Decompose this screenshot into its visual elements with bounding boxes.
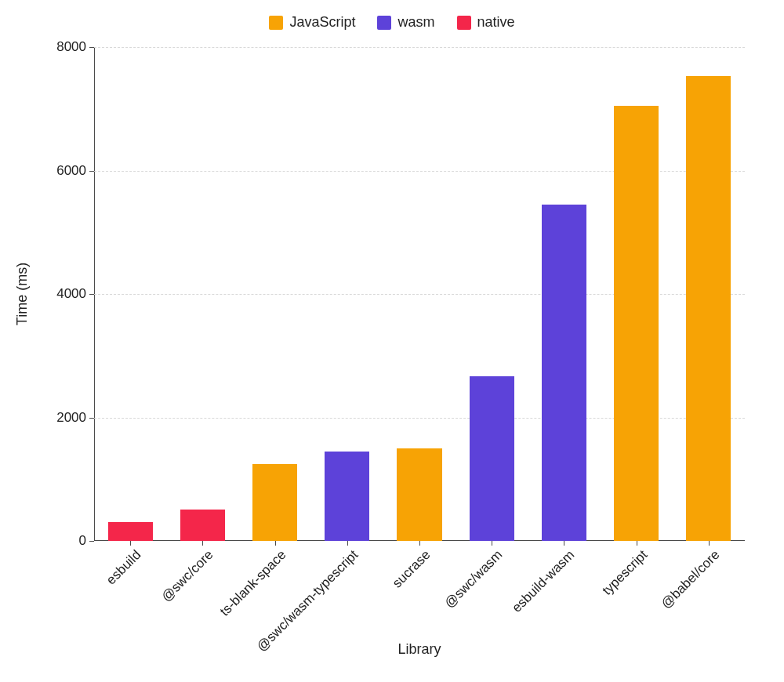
x-tick-label: esbuild-wasm: [510, 547, 579, 616]
x-tick-label: esbuild: [103, 547, 144, 588]
legend-item[interactable]: JavaScript: [269, 14, 355, 31]
chart-container: JavaScriptwasmnative 02000400060008000es…: [0, 0, 784, 682]
legend-swatch: [377, 16, 391, 30]
legend-swatch: [457, 16, 471, 30]
bar[interactable]: [397, 448, 441, 541]
bar[interactable]: [325, 452, 369, 541]
legend-swatch: [269, 16, 283, 30]
bar[interactable]: [252, 464, 297, 541]
x-tick-mark: [419, 541, 420, 546]
x-tick-mark: [709, 541, 710, 546]
legend: JavaScriptwasmnative: [0, 14, 784, 31]
legend-label: wasm: [397, 14, 434, 31]
y-tick-label: 6000: [56, 163, 94, 179]
y-tick-label: 4000: [56, 286, 94, 302]
x-tick-label: @swc/wasm: [442, 547, 506, 611]
y-axis-title: Time (ms): [14, 263, 31, 325]
x-tick-mark: [347, 541, 348, 546]
legend-label: native: [477, 14, 515, 31]
legend-label: JavaScript: [289, 14, 355, 31]
bar[interactable]: [614, 106, 659, 541]
x-tick-mark: [564, 541, 564, 546]
x-tick-label: @swc/core: [159, 547, 217, 605]
x-tick-mark: [202, 541, 203, 546]
x-axis-title: Library: [397, 641, 441, 658]
y-tick-label: 0: [79, 533, 94, 549]
x-tick-mark: [492, 541, 492, 546]
bar[interactable]: [180, 510, 225, 541]
x-tick-mark: [130, 541, 131, 546]
bar[interactable]: [686, 76, 731, 541]
bar[interactable]: [470, 376, 514, 541]
grid-line: [94, 47, 745, 48]
x-tick-label: ts-blank-space: [216, 547, 289, 619]
x-tick-mark: [275, 541, 276, 546]
x-tick-mark: [637, 541, 637, 546]
x-tick-label: sucrase: [390, 547, 434, 591]
bar[interactable]: [108, 522, 153, 541]
plot-area: 02000400060008000esbuild@swc/corets-blan…: [94, 47, 745, 541]
legend-item[interactable]: wasm: [377, 14, 434, 31]
legend-item[interactable]: native: [457, 14, 515, 31]
x-tick-label: typescript: [599, 547, 651, 599]
x-tick-label: @babel/core: [659, 547, 723, 611]
y-tick-label: 2000: [56, 410, 94, 426]
y-tick-label: 8000: [56, 39, 94, 55]
bar[interactable]: [542, 205, 586, 541]
